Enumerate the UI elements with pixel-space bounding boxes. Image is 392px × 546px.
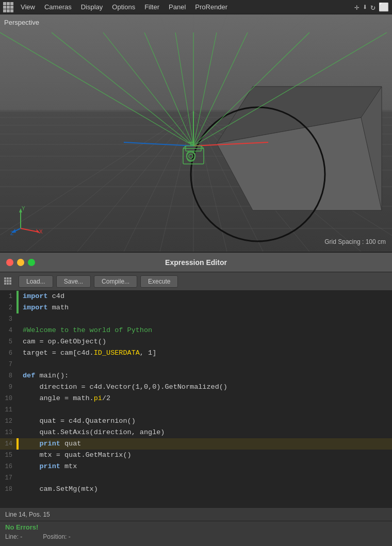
code-content: cam = op.GetObject()	[19, 336, 392, 348]
line-number: 17	[0, 472, 17, 484]
bottom-info: Line: - Position: -	[5, 533, 387, 540]
code-line-6: 6target = cam[c4d.ID_USERDATA, 1]	[0, 348, 392, 359]
cursor-position: Line 14, Pos. 15	[5, 511, 50, 518]
error-status: No Errors!	[5, 523, 387, 531]
line-number: 2	[0, 302, 17, 313]
code-line-9: 9 direction = c4d.Vector(1,0,0).GetNorma…	[0, 382, 392, 393]
code-content: def main():	[19, 370, 392, 382]
close-button[interactable]	[6, 259, 13, 266]
line-number: 15	[0, 450, 17, 461]
code-content: target = cam[c4d.ID_USERDATA, 1]	[19, 348, 392, 359]
line-number: 9	[0, 382, 17, 393]
axis-indicator: Y Z X	[10, 205, 46, 236]
minimize-button[interactable]	[17, 259, 24, 266]
menu-prorender[interactable]: ProRender	[191, 2, 232, 12]
line-marker	[17, 359, 19, 370]
window-buttons	[6, 259, 35, 266]
line-number: 10	[0, 393, 17, 404]
svg-text:X: X	[39, 229, 43, 235]
code-editor[interactable]: 1import c4d2import math34#Welcome to the…	[0, 291, 392, 507]
code-line-1: 1import c4d	[0, 291, 392, 302]
maximize-icon[interactable]: ⬜	[379, 2, 389, 12]
save-button[interactable]: Save...	[56, 275, 91, 288]
toolbar-grid-icon	[4, 277, 12, 286]
menu-options[interactable]: Options	[108, 2, 139, 12]
status-bar: Line 14, Pos. 15	[0, 507, 392, 521]
svg-text:Y: Y	[22, 206, 25, 211]
menu-filter[interactable]: Filter	[140, 2, 164, 12]
code-line-4: 4#Welcome to the world of Python	[0, 325, 392, 336]
line-number: 5	[0, 336, 17, 348]
code-content: angle = math.pi/2	[19, 393, 392, 404]
code-content: print mtx	[19, 461, 392, 472]
line-number: 1	[0, 291, 17, 302]
line-number: 4	[0, 325, 17, 336]
code-line-11: 11	[0, 404, 392, 416]
menu-display[interactable]: Display	[77, 2, 107, 12]
bottom-bar: No Errors! Line: - Position: -	[0, 521, 392, 546]
viewport-scene	[0, 14, 392, 252]
code-line-12: 12 quat = c4d.Quaternion()	[0, 416, 392, 427]
line-number: 3	[0, 313, 17, 325]
line-number: 16	[0, 461, 17, 472]
code-content: direction = c4d.Vector(1,0,0).GetNormali…	[19, 382, 392, 393]
app-icon	[3, 2, 13, 12]
code-content: #Welcome to the world of Python	[19, 325, 392, 336]
expression-editor-window: Expression Editor Load... Save... Compil…	[0, 252, 392, 521]
menu-panel[interactable]: Panel	[165, 2, 190, 12]
code-line-5: 5cam = op.GetObject()	[0, 336, 392, 348]
viewport[interactable]: Perspective	[0, 14, 392, 252]
compile-button[interactable]: Compile...	[94, 275, 137, 288]
window-controls: ✛ ⬇ ↻ ⬜	[354, 2, 389, 12]
code-line-8: 8def main():	[0, 370, 392, 382]
code-content: cam.SetMg(mtx)	[19, 484, 392, 495]
code-content: print quat	[19, 438, 392, 450]
line-number: 11	[0, 404, 17, 416]
refresh-icon[interactable]: ↻	[370, 2, 375, 12]
code-content: quat.SetAxis(direction, angle)	[19, 427, 392, 438]
line-number: 7	[0, 359, 17, 370]
menu-cameras[interactable]: Cameras	[40, 2, 76, 12]
expression-editor-titlebar: Expression Editor	[0, 253, 392, 272]
editor-title: Expression Editor	[165, 258, 227, 267]
load-button[interactable]: Load...	[19, 275, 53, 288]
execute-button[interactable]: Execute	[140, 275, 178, 288]
code-line-18: 18 cam.SetMg(mtx)	[0, 484, 392, 495]
grid-spacing-label: Grid Spacing : 100 cm	[324, 238, 386, 245]
code-line-3: 3	[0, 313, 392, 325]
move-icon[interactable]: ✛	[354, 2, 360, 12]
code-content: quat = c4d.Quaternion()	[19, 416, 392, 427]
svg-line-73	[21, 228, 39, 232]
line-number: 12	[0, 416, 17, 427]
code-line-15: 15 mtx = quat.GetMatrix()	[0, 450, 392, 461]
line-marker	[17, 472, 19, 484]
code-line-16: 16 print mtx	[0, 461, 392, 472]
line-number: 14	[0, 438, 17, 450]
line-number: 8	[0, 370, 17, 382]
code-content: mtx = quat.GetMatrix()	[19, 450, 392, 461]
code-line-17: 17	[0, 472, 392, 484]
viewport-label: Perspective	[4, 19, 39, 26]
code-line-13: 13 quat.SetAxis(direction, angle)	[0, 427, 392, 438]
line-number: 13	[0, 427, 17, 438]
editor-toolbar: Load... Save... Compile... Execute	[0, 272, 392, 291]
line-marker	[17, 313, 19, 325]
arrow-down-icon[interactable]: ⬇	[363, 2, 368, 12]
position-info: Position: -	[43, 533, 70, 540]
menu-view[interactable]: View	[17, 2, 39, 12]
line-info: Line: -	[5, 533, 22, 540]
svg-text:Z: Z	[10, 230, 13, 236]
code-line-14: 14 print quat	[0, 438, 392, 450]
code-line-7: 7	[0, 359, 392, 370]
code-line-10: 10 angle = math.pi/2	[0, 393, 392, 404]
code-content: import math	[19, 302, 392, 313]
code-content: import c4d	[19, 291, 392, 302]
maximize-button[interactable]	[28, 259, 35, 266]
line-number: 6	[0, 348, 17, 359]
menu-bar: View Cameras Display Options Filter Pane…	[0, 0, 392, 14]
line-marker	[17, 404, 19, 416]
code-line-2: 2import math	[0, 302, 392, 313]
line-number: 18	[0, 484, 17, 495]
